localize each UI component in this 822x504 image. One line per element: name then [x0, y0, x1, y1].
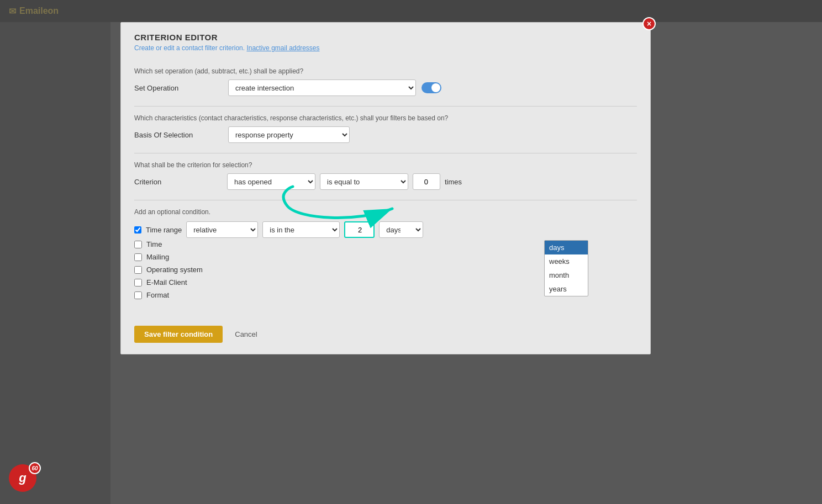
time-range-row: Time range relative absolute is in the i…: [134, 221, 637, 238]
mailing-checkbox[interactable]: [134, 253, 142, 261]
os-label[interactable]: Operating system: [146, 266, 203, 274]
dropdown-item-month[interactable]: month: [545, 268, 588, 282]
logo-circle: g 60: [9, 464, 36, 492]
time-checkbox[interactable]: [134, 241, 142, 248]
criterion-select[interactable]: has opened has clicked has not opened: [227, 173, 315, 190]
email-client-checkbox[interactable]: [134, 279, 142, 287]
close-button[interactable]: ×: [642, 17, 656, 30]
criterion-label: Criterion: [134, 178, 223, 186]
logo-letter: g: [19, 471, 26, 485]
basis-section: Which characteristics (contact character…: [134, 114, 637, 143]
basis-question: Which characteristics (contact character…: [134, 114, 637, 122]
email-client-label[interactable]: E-Mail Client: [146, 278, 187, 287]
time-range-comparator-select[interactable]: is in the is not in the: [262, 221, 340, 238]
modal-header: CRITERION EDITOR Create or edit a contac…: [121, 23, 650, 59]
modal-footer: Save filter condition Cancel: [121, 320, 650, 354]
cancel-button[interactable]: Cancel: [229, 326, 262, 343]
save-filter-button[interactable]: Save filter condition: [134, 326, 223, 343]
bottom-logo-area: g 60: [9, 464, 40, 495]
time-range-number-input[interactable]: [344, 221, 375, 238]
os-checkbox[interactable]: [134, 266, 142, 274]
time-range-type-select[interactable]: relative absolute: [186, 221, 258, 238]
divider-1: [134, 106, 637, 107]
basis-select[interactable]: response property contact characteristic: [228, 126, 350, 143]
criterion-editor-modal: CRITERION EDITOR Create or edit a contac…: [120, 22, 651, 354]
dropdown-item-weeks[interactable]: weeks: [545, 254, 588, 268]
set-operation-section: Which set operation (add, subtract, etc.…: [134, 67, 637, 96]
criterion-comparator-select[interactable]: is equal to is greater than is less than: [320, 173, 408, 190]
time-range-label[interactable]: Time range: [146, 226, 182, 234]
criterion-number-input[interactable]: [413, 173, 440, 190]
criterion-section: What shall be the criterion for selectio…: [134, 161, 637, 190]
divider-2: [134, 153, 637, 153]
basis-row: Basis Of Selection response property con…: [134, 126, 637, 143]
format-checkbox[interactable]: [134, 291, 142, 299]
set-operation-toggle[interactable]: [421, 82, 441, 93]
logo-badge: 60: [29, 462, 41, 474]
dropdown-item-years[interactable]: years: [545, 282, 588, 296]
criterion-row: Criterion has opened has clicked has not…: [134, 173, 637, 190]
criterion-times-label: times: [445, 178, 462, 186]
set-operation-row: Set Operation create intersection add su…: [134, 79, 637, 96]
dropdown-item-days[interactable]: days: [545, 241, 588, 254]
set-operation-question: Which set operation (add, subtract, etc.…: [134, 67, 637, 75]
criterion-question: What shall be the criterion for selectio…: [134, 161, 637, 169]
time-range-unit-select[interactable]: days weeks month years: [379, 221, 423, 238]
basis-label: Basis Of Selection: [134, 131, 223, 139]
modal-subtitle: Create or edit a contact filter criterio…: [134, 44, 637, 52]
modal-subtitle-link[interactable]: Inactive gmail addresses: [246, 44, 319, 52]
set-operation-label: Set Operation: [134, 84, 223, 92]
modal-subtitle-create: Create or edit a contact filter criterio…: [134, 44, 245, 52]
format-label[interactable]: Format: [146, 291, 169, 299]
optional-section: Add an optional condition. Time range re…: [134, 208, 637, 299]
set-operation-select[interactable]: create intersection add subtract: [228, 79, 416, 96]
unit-dropdown-list: days weeks month years: [544, 240, 588, 296]
mailing-label[interactable]: Mailing: [146, 253, 169, 261]
modal-body: Which set operation (add, subtract, etc.…: [121, 59, 650, 320]
time-range-checkbox[interactable]: [134, 226, 141, 234]
optional-label: Add an optional condition.: [134, 208, 637, 216]
divider-3: [134, 200, 637, 200]
time-label[interactable]: Time: [146, 240, 162, 248]
modal-title: CRITERION EDITOR: [134, 33, 637, 42]
